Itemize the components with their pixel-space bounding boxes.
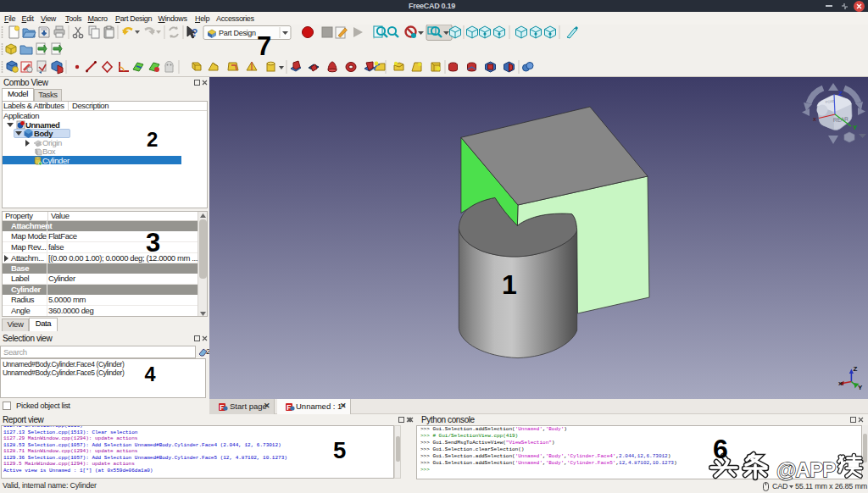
svg-text:Z: Z <box>838 90 843 97</box>
svg-text:Y: Y <box>853 124 858 131</box>
svg-text:x: x <box>813 116 816 122</box>
svg-text:@APP: @APP <box>776 458 836 481</box>
svg-text:Y: Y <box>858 384 863 391</box>
svg-text:Part Design: Part Design <box>219 29 256 37</box>
svg-text:?: ? <box>192 27 198 39</box>
svg-text:x: x <box>838 379 843 387</box>
svg-text:Z: Z <box>854 365 858 373</box>
